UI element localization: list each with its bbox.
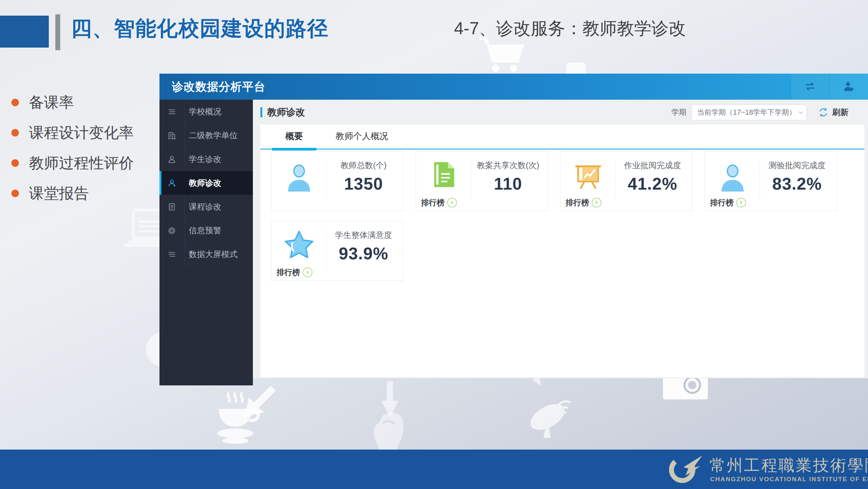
bullet-dot [11,159,19,167]
card-body: 学生整体满意度 93.9% [327,230,400,263]
swap-arrows-button[interactable] [790,74,829,100]
card-body: 教案共享次数(次) 110 [471,160,545,194]
card-body: 教师总数(个) 1350 [327,160,400,194]
homework-board-icon [569,157,607,195]
section-title: 教师诊改 [267,100,305,125]
main-content: 教师诊改 学期 当前学期（17~18学年下学期） 刷新 概要 教师个人概况 [253,100,868,378]
bullet-dot [11,190,19,197]
bullet-text: 课程设计变化率 [29,123,134,143]
rank-link[interactable]: 排行榜 › [421,197,457,208]
rank-label: 排行榜 [277,267,300,278]
slide: 四、智能化校园建设的路径 4-7、诊改服务：教师教学诊改 备课率 课程设计变化率… [0,0,868,489]
app-titlebar: 诊改数据分析平台 [159,74,868,100]
slide-subtitle: 4-7、诊改服务：教师教学诊改 [454,17,686,40]
card-label: 测验批阅完成度 [760,160,834,171]
card-student-satisfaction: 学生整体满意度 93.9% 排行榜 › [271,221,403,281]
sidebar: 学校概况 二级教学单位 学生诊改 教师诊改 [159,100,253,385]
card-body: 作业批阅完成度 41.2% [616,160,689,194]
chevron-right-icon: › [736,198,746,207]
slide-title: 四、智能化校园建设的路径 [71,15,329,43]
tab-teacher-profile[interactable]: 教师个人概况 [329,124,395,148]
semester-value: 当前学期（17~18学年下学期） [697,105,796,120]
card-label: 教师总数(个) [327,160,400,171]
card-lesson-share: 教案共享次数(次) 110 排行榜 › [415,151,548,211]
card-value: 110 [471,174,545,194]
footer-bar: 常州工程職業技術學院 CHANGZHOU VOCATIONAL INSTITUT… [0,450,868,489]
sidebar-item-label: 学生诊改 [189,154,221,165]
building-icon [159,131,184,140]
chevron-right-icon: › [303,267,312,277]
card-test-review: 测验批阅完成度 83.2% 排行榜 › [705,151,837,211]
refresh-label: 刷新 [832,107,848,118]
bullet-dot [11,129,19,137]
card-divider [326,230,327,268]
teacher-person-icon [281,159,318,197]
sidebar-item-secondary-units[interactable]: 二级教学单位 [159,123,253,147]
card-label: 教案共享次数(次) [471,160,545,171]
bullet-item: 课程设计变化率 [11,118,134,148]
header-accent-square [0,16,49,48]
tab-underline-track [260,149,864,149]
card-homework-review: 作业批阅完成度 41.2% 排行榜 › [560,151,692,211]
sidebar-item-big-screen[interactable]: 数据大屏模式 [159,242,253,266]
user-plus-icon [842,80,855,93]
refresh-icon [818,107,829,118]
sidebar-item-course-diagnosis[interactable]: 课程诊改 [159,195,253,219]
sidebar-item-label: 教师诊改 [189,177,221,188]
refresh-button[interactable]: 刷新 [818,100,848,125]
sidebar-item-label: 信息预警 [189,225,221,236]
semester-dropdown[interactable]: 当前学期（17~18学年下学期） [691,105,807,120]
school-logo [668,453,704,485]
card-teacher-total: 教师总数(个) 1350 [271,151,403,211]
rank-link[interactable]: 排行榜 › [277,267,312,278]
school-name-en: CHANGZHOU VOCATIONAL INSTITUTE OF ENGINE… [710,476,868,483]
section-accent-bar [260,107,262,117]
rank-link[interactable]: 排行榜 › [710,197,746,208]
content-panel: 概要 教师个人概况 教师总数(个) 1350 [260,124,864,377]
student-person-icon [159,154,184,164]
bullet-item: 课堂报告 [11,178,134,208]
sidebar-item-info-warning[interactable]: 信息预警 [159,219,253,242]
app-title: 诊改数据分析平台 [172,74,266,100]
cart-watermark-icon [478,36,527,72]
header-accent-bar [55,15,60,50]
titlebar-buttons [790,74,868,100]
card-value: 1350 [327,174,400,194]
sidebar-item-school-overview[interactable]: 学校概况 [159,100,253,123]
card-divider [760,161,760,199]
bullet-dot [11,99,19,106]
app-window: 诊改数据分析平台 学校概况 [159,74,868,385]
screen-lines-icon [159,250,184,259]
tab-overview[interactable]: 概要 [272,124,316,148]
active-tab-underline [272,148,316,150]
bullet-item: 备课率 [11,87,134,118]
teacher-person-icon [159,178,184,188]
sidebar-item-teacher-diagnosis[interactable]: 教师诊改 [159,171,253,195]
satisfaction-star-icon [281,226,318,264]
rank-label: 排行榜 [710,197,734,208]
course-doc-icon [159,202,184,212]
bullet-text: 备课率 [29,92,74,113]
user-plus-button[interactable] [829,74,868,100]
test-person-icon [714,159,751,197]
sidebar-item-label: 二级教学单位 [189,130,238,141]
sidebar-item-label: 数据大屏模式 [189,249,238,260]
card-divider [326,161,327,199]
bullet-item: 教师过程性评价 [11,148,134,178]
target-icon [159,226,184,235]
satellite-watermark-icon [525,390,577,440]
chevron-down-icon [798,111,803,114]
swap-arrows-icon [804,80,816,93]
card-value: 83.2% [760,174,834,194]
card-label: 学生整体满意度 [327,230,400,240]
card-label: 作业批阅完成度 [616,160,689,171]
chevron-right-icon: › [592,198,601,207]
rank-link[interactable]: 排行榜 › [566,197,601,208]
sidebar-item-student-diagnosis[interactable]: 学生诊改 [159,147,253,171]
rank-label: 排行榜 [566,197,589,208]
chevron-right-icon: › [447,198,457,207]
lesson-doc-icon [425,156,462,193]
school-name-zh: 常州工程職業技術學院 [710,455,868,476]
card-value: 41.2% [616,174,689,194]
arrow-sw-watermark-icon [237,380,281,425]
